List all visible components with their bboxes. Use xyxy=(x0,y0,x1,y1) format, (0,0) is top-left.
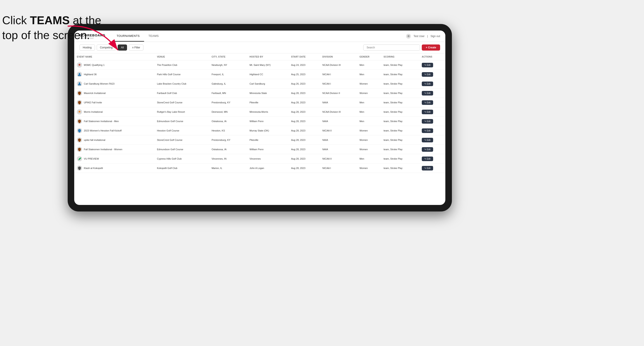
tablet-screen: SCOREBOARD Powered by clippit TOURNAMENT… xyxy=(74,30,445,205)
event-name-text: upike fall invitational xyxy=(84,139,105,141)
hosting-button[interactable]: Hosting xyxy=(80,44,95,51)
cell-city: Deerwood, MN xyxy=(209,107,247,117)
cell-actions: ✎ Edit xyxy=(419,98,445,107)
edit-button[interactable]: ✎ Edit xyxy=(422,82,433,86)
edit-button[interactable]: ✎ Edit xyxy=(422,110,433,114)
col-city-state: CITY, STATE xyxy=(209,53,247,60)
table-container: EVENT NAME VENUE CITY, STATE HOSTED BY S… xyxy=(74,53,445,205)
event-name-text: UPIKE Fall Invite xyxy=(84,101,102,104)
team-icon xyxy=(77,62,82,68)
cell-venue: Cypress Hills Golf Club xyxy=(154,154,209,164)
cell-event-name: Carl Sandburg Women FA23 xyxy=(74,79,154,89)
cell-date: Aug 28, 2023 xyxy=(288,126,320,135)
table-row: Maverick Invitational Faribault Golf Clu… xyxy=(74,89,445,98)
team-icon xyxy=(77,119,82,124)
nav-separator: | xyxy=(427,35,428,38)
cell-event-name: VU PREVIEW xyxy=(74,154,154,164)
edit-button[interactable]: ✎ Edit xyxy=(422,147,433,152)
search-input[interactable] xyxy=(363,44,420,51)
cell-date: Aug 28, 2023 xyxy=(288,107,320,117)
table-row: Fall Statesmen Invitational - Men Edmund… xyxy=(74,117,445,126)
cell-city: Marion, IL xyxy=(209,164,247,173)
edit-button[interactable]: ✎ Edit xyxy=(422,128,433,133)
filter-button[interactable]: ≡ Filter xyxy=(129,44,144,51)
cell-event-name: UPIKE Fall Invite xyxy=(74,98,154,107)
table-row: VU PREVIEW Cypress Hills Golf Club Vince… xyxy=(74,154,445,164)
all-button[interactable]: All xyxy=(118,44,127,51)
edit-button[interactable]: ✎ Edit xyxy=(422,119,433,124)
cell-venue: Ruttger's Bay Lake Resort xyxy=(154,107,209,117)
competing-button[interactable]: Competing xyxy=(97,44,116,51)
edit-button[interactable]: ✎ Edit xyxy=(422,166,433,171)
cell-city: Prestonsburg, KY xyxy=(209,135,247,145)
cell-scoring: team, Stroke Play xyxy=(381,135,419,145)
cell-date: Aug 28, 2023 xyxy=(288,117,320,126)
cell-hosted: Highland CC xyxy=(247,70,288,79)
svg-point-1 xyxy=(78,73,80,75)
edit-button[interactable]: ✎ Edit xyxy=(422,100,433,105)
table-row: MSMC Qualifying 1 The Powelton Club Newb… xyxy=(74,60,445,70)
edit-button[interactable]: ✎ Edit xyxy=(422,138,433,142)
edit-button[interactable]: ✎ Edit xyxy=(422,157,433,161)
event-name-text: 2023 Women's Hesston Fall Kickoff xyxy=(84,129,122,132)
team-icon xyxy=(77,166,82,171)
sign-out-link[interactable]: Sign out xyxy=(430,35,440,38)
edit-button[interactable]: ✎ Edit xyxy=(422,91,433,96)
cell-gender: Women xyxy=(357,145,381,154)
team-icon xyxy=(77,156,82,161)
table-header-row: EVENT NAME VENUE CITY, STATE HOSTED BY S… xyxy=(74,53,445,60)
edit-button[interactable]: ✎ Edit xyxy=(422,72,433,77)
cell-scoring: team, Stroke Play xyxy=(381,164,419,173)
event-name-text: MSMC Qualifying 1 xyxy=(84,64,104,66)
cell-date: Aug 24, 2023 xyxy=(288,60,320,70)
edit-button[interactable]: ✎ Edit xyxy=(422,63,433,67)
top-nav: SCOREBOARD Powered by clippit TOURNAMENT… xyxy=(74,30,445,42)
cell-date: Aug 28, 2023 xyxy=(288,145,320,154)
settings-icon[interactable]: ⚙ xyxy=(406,34,411,39)
tab-teams[interactable]: TEAMS xyxy=(144,30,163,42)
cell-city: Faribault, MN xyxy=(209,89,247,98)
cell-scoring: team, Stroke Play xyxy=(381,145,419,154)
cell-event-name: Fall Statesmen Invitational - Men xyxy=(74,117,154,126)
nav-tabs: TOURNAMENTS TEAMS xyxy=(112,30,163,42)
cell-date: Aug 28, 2023 xyxy=(288,135,320,145)
event-name-text: Fall Statesmen Invitational - Women xyxy=(84,148,122,151)
cell-division: NCAA Division III xyxy=(320,60,357,70)
event-name-text: Fall Statesmen Invitational - Men xyxy=(84,120,119,123)
col-event-name: EVENT NAME xyxy=(74,53,154,60)
cell-actions: ✎ Edit xyxy=(419,145,445,154)
team-icon xyxy=(77,100,82,105)
cell-city: Vincennes, IN xyxy=(209,154,247,164)
create-button[interactable]: + Create xyxy=(422,44,440,51)
event-name-text: Morris Invitational xyxy=(84,111,102,113)
cell-date: Aug 25, 2023 xyxy=(288,70,320,79)
cell-division: NICAA II xyxy=(320,154,357,164)
team-icon xyxy=(77,109,82,115)
nav-right: ⚙ Test User | Sign out xyxy=(406,34,440,39)
cell-scoring: team, Stroke Play xyxy=(381,98,419,107)
col-start-date: START DATE xyxy=(288,53,320,60)
cell-date: Aug 28, 2023 xyxy=(288,154,320,164)
cell-date: Aug 28, 2023 xyxy=(288,98,320,107)
cell-scoring: team, Stroke Play xyxy=(381,60,419,70)
cell-actions: ✎ Edit xyxy=(419,70,445,79)
cell-venue: The Powelton Club xyxy=(154,60,209,70)
cell-city: Galesburg, IL xyxy=(209,79,247,89)
table-row: upike fall invitational StoneCrest Golf … xyxy=(74,135,445,145)
cell-city: Oskaloosa, IA xyxy=(209,145,247,154)
cell-venue: Faribault Golf Club xyxy=(154,89,209,98)
table-row: UPIKE Fall Invite StoneCrest Golf Course… xyxy=(74,98,445,107)
tab-tournaments[interactable]: TOURNAMENTS xyxy=(112,30,144,42)
cell-actions: ✎ Edit xyxy=(419,164,445,173)
cell-hosted: John A Logan xyxy=(247,164,288,173)
cell-division: NICAA I xyxy=(320,70,357,79)
cell-hosted: Pikeville xyxy=(247,135,288,145)
cell-venue: Hesston Golf Course xyxy=(154,126,209,135)
cell-city: Hesston, KS xyxy=(209,126,247,135)
table-row: Morris Invitational Ruttger's Bay Lake R… xyxy=(74,107,445,117)
cell-gender: Men xyxy=(357,60,381,70)
cell-gender: Women xyxy=(357,164,381,173)
col-gender: GENDER xyxy=(357,53,381,60)
cell-actions: ✎ Edit xyxy=(419,79,445,89)
event-name-text: VU PREVIEW xyxy=(84,158,99,160)
